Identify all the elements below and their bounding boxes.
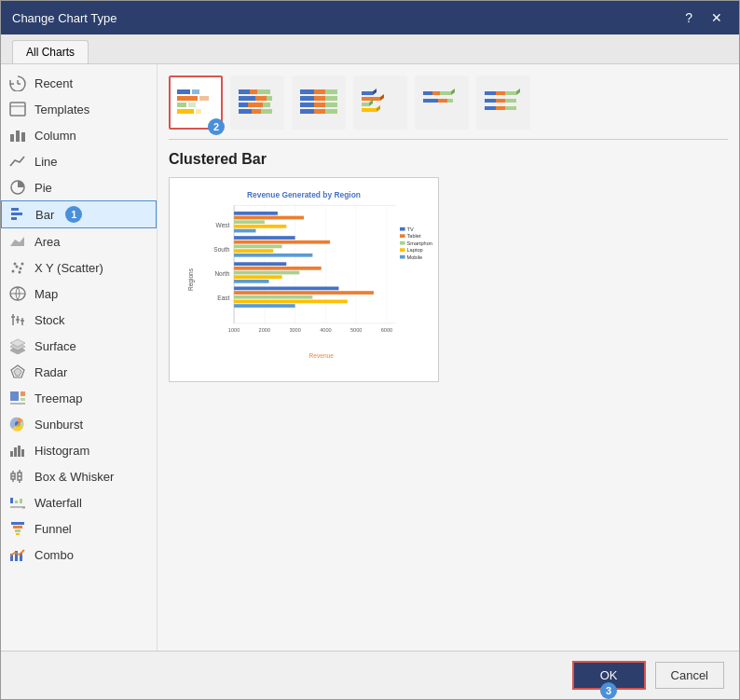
- svg-rect-146: [234, 262, 286, 266]
- sidebar-item-recent[interactable]: Recent: [1, 70, 157, 96]
- svg-rect-58: [177, 89, 190, 94]
- svg-rect-136: [234, 212, 278, 215]
- svg-rect-37: [21, 449, 24, 457]
- svg-text:Revenue Generated by Region: Revenue Generated by Region: [247, 190, 361, 199]
- sidebar-item-waterfall[interactable]: Waterfall: [1, 489, 157, 515]
- pie-icon: [8, 179, 27, 196]
- svg-rect-102: [423, 99, 438, 103]
- sunburst-icon: [8, 416, 27, 432]
- svg-marker-108: [516, 89, 520, 95]
- svg-rect-100: [440, 91, 451, 95]
- svg-rect-113: [496, 106, 505, 110]
- sidebar-label-funnel: Funnel: [34, 522, 72, 536]
- svg-text:Revenue: Revenue: [309, 352, 335, 359]
- chart-type-badge-2: 2: [208, 118, 225, 135]
- svg-rect-29: [10, 391, 19, 401]
- chart-type-clustered-bar[interactable]: 2: [169, 75, 223, 130]
- chart-type-3d-clustered-bar[interactable]: [353, 75, 407, 130]
- svg-rect-145: [234, 254, 312, 257]
- chart-type-100-stacked-bar[interactable]: [292, 75, 346, 130]
- sidebar-item-bar[interactable]: Bar 1: [1, 200, 157, 228]
- sidebar-label-boxwhisker: Box & Whisker: [34, 470, 114, 484]
- svg-rect-82: [314, 96, 325, 101]
- sidebar-item-treemap[interactable]: Treemap: [1, 385, 157, 411]
- change-chart-type-dialog: Change Chart Type ? ✕ All Charts Recent: [0, 0, 740, 700]
- svg-rect-76: [252, 109, 261, 114]
- sidebar-item-boxwhisker[interactable]: Box & Whisker: [1, 463, 157, 489]
- area-icon: [8, 233, 27, 250]
- cancel-button[interactable]: Cancel: [655, 662, 724, 689]
- sidebar-item-stock[interactable]: Stock: [1, 307, 157, 333]
- svg-rect-92: [362, 97, 380, 101]
- sidebar-item-xy[interactable]: X Y (Scatter): [1, 254, 157, 281]
- boxwhisker-icon: [8, 468, 27, 485]
- sidebar-item-templates[interactable]: Templates: [1, 96, 157, 122]
- tab-all-charts[interactable]: All Charts: [12, 40, 89, 63]
- line-icon: [8, 153, 27, 170]
- sidebar-label-radar: Radar: [34, 365, 67, 379]
- svg-rect-85: [314, 103, 325, 107]
- close-button[interactable]: ✕: [706, 9, 728, 26]
- sidebar-item-sunburst[interactable]: Sunburst: [1, 411, 157, 437]
- svg-text:South: South: [213, 246, 229, 253]
- svg-rect-74: [263, 103, 270, 107]
- sidebar-label-sunburst: Sunburst: [34, 418, 83, 432]
- svg-rect-99: [432, 91, 440, 95]
- sidebar-label-pie: Pie: [34, 181, 52, 195]
- svg-rect-88: [314, 109, 325, 114]
- title-bar: Change Chart Type ? ✕: [1, 1, 739, 34]
- svg-rect-147: [234, 267, 322, 270]
- svg-point-12: [12, 270, 15, 273]
- svg-text:2000: 2000: [259, 327, 270, 333]
- svg-rect-34: [10, 451, 13, 457]
- svg-rect-154: [234, 300, 348, 304]
- sidebar-item-area[interactable]: Area: [1, 228, 157, 254]
- svg-rect-64: [188, 103, 196, 107]
- svg-rect-48: [20, 499, 22, 503]
- svg-marker-91: [373, 89, 377, 95]
- sidebar-item-column[interactable]: Column: [1, 122, 157, 148]
- sidebar-item-radar[interactable]: Radar: [1, 359, 157, 385]
- svg-rect-96: [362, 108, 377, 112]
- templates-icon: [8, 101, 27, 117]
- sidebar-label-stock: Stock: [34, 313, 65, 327]
- help-button[interactable]: ?: [679, 9, 698, 26]
- sidebar: Recent Templates Column: [1, 64, 158, 651]
- svg-rect-52: [13, 526, 22, 528]
- chart-type-stacked-bar[interactable]: [230, 75, 284, 130]
- sidebar-label-column: Column: [34, 129, 76, 143]
- chart-type-3d-100-stacked-bar[interactable]: [476, 75, 530, 130]
- svg-text:6000: 6000: [381, 327, 392, 333]
- svg-text:Regions: Regions: [187, 268, 195, 291]
- svg-rect-140: [234, 229, 255, 233]
- svg-rect-149: [234, 275, 282, 279]
- svg-rect-67: [250, 89, 257, 94]
- svg-rect-106: [496, 91, 505, 95]
- svg-rect-10: [11, 217, 17, 220]
- svg-rect-72: [239, 103, 248, 107]
- chart-type-3d-stacked-bar[interactable]: [415, 75, 469, 130]
- sidebar-item-combo[interactable]: Combo: [1, 542, 157, 568]
- svg-rect-5: [16, 130, 20, 142]
- sidebar-item-surface[interactable]: Surface: [1, 333, 157, 359]
- svg-rect-162: [400, 248, 405, 252]
- sidebar-item-map[interactable]: Map: [1, 281, 157, 307]
- sidebar-label-line: Line: [34, 155, 58, 169]
- sidebar-item-histogram[interactable]: Histogram: [1, 437, 157, 463]
- svg-rect-51: [11, 522, 24, 525]
- sidebar-item-pie[interactable]: Pie: [1, 174, 157, 200]
- svg-rect-89: [325, 109, 337, 114]
- sidebar-item-funnel[interactable]: Funnel: [1, 515, 157, 542]
- svg-rect-156: [400, 227, 405, 231]
- sidebar-label-waterfall: Waterfall: [34, 496, 82, 510]
- svg-text:1000: 1000: [228, 327, 240, 333]
- column-icon: [8, 127, 27, 144]
- svg-rect-111: [505, 99, 516, 103]
- svg-rect-59: [177, 96, 198, 101]
- svg-rect-94: [362, 103, 369, 106]
- svg-rect-6: [21, 132, 25, 142]
- svg-marker-93: [380, 94, 384, 101]
- svg-rect-36: [18, 446, 21, 457]
- sidebar-label-map: Map: [34, 287, 58, 301]
- sidebar-item-line[interactable]: Line: [1, 148, 157, 174]
